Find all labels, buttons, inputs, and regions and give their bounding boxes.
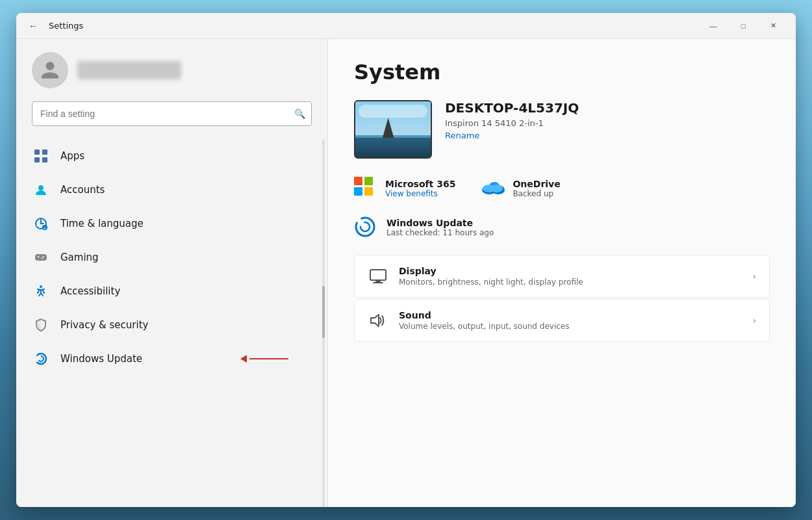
content-area: 🔍 Apps: [16, 39, 796, 507]
apps-label: Apps: [60, 150, 84, 162]
display-title: Display: [399, 266, 742, 276]
onedrive-name: OneDrive: [513, 179, 560, 189]
search-input[interactable]: [32, 101, 312, 126]
clouds: [359, 105, 427, 118]
svg-rect-2: [34, 157, 40, 162]
titlebar-left: ← Settings: [24, 17, 698, 35]
svg-rect-3: [42, 157, 47, 162]
settings-list: Display Monitors, brightness, night ligh…: [354, 255, 770, 342]
maximize-button[interactable]: □: [728, 16, 758, 36]
water: [355, 138, 431, 157]
svg-point-4: [38, 185, 44, 190]
titlebar: ← Settings — □ ✕: [16, 13, 796, 39]
privacy-security-label: Privacy & security: [60, 319, 148, 331]
display-subtitle: Monitors, brightness, night light, displ…: [399, 278, 742, 287]
ms365-info: Microsoft 365 View benefits: [385, 179, 455, 198]
onedrive-info: OneDrive Backed up: [513, 179, 560, 198]
settings-window: ← Settings — □ ✕ 🔍: [16, 13, 796, 507]
display-icon: [368, 266, 388, 287]
sidebar-item-accounts[interactable]: Accounts: [16, 173, 327, 207]
svg-marker-28: [371, 315, 379, 326]
svg-rect-1: [42, 150, 47, 155]
time-language-label: Time & language: [60, 218, 144, 229]
nav-list: Apps Accounts: [16, 139, 327, 507]
sound-title: Sound: [399, 310, 742, 320]
ms365-yellow-sq: [364, 187, 373, 196]
gaming-label: Gaming: [60, 252, 99, 263]
onedrive-icon-wrap: [481, 177, 505, 200]
windows-update-label: Windows Update: [60, 353, 142, 365]
minimize-button[interactable]: —: [698, 16, 728, 36]
accessibility-icon: [32, 282, 50, 300]
svg-point-23: [356, 218, 374, 236]
time-language-icon: A: [32, 214, 50, 233]
svg-rect-10: [35, 254, 47, 261]
scrollbar-thumb[interactable]: [322, 286, 325, 338]
device-name: DESKTOP-4L537JQ: [445, 100, 579, 116]
ms365-blue-sq: [354, 187, 362, 196]
user-icon: [40, 60, 60, 81]
ms365-green-sq: [364, 177, 373, 185]
sound-subtitle: Volume levels, output, input, sound devi…: [399, 322, 742, 331]
sound-icon: [368, 310, 388, 331]
windows-update-info: Windows Update Last checked: 11 hours ag…: [387, 218, 494, 237]
rename-link[interactable]: Rename: [445, 131, 579, 140]
sidebar: 🔍 Apps: [16, 39, 328, 507]
windows-update-subtitle: Last checked: 11 hours ago: [387, 228, 494, 237]
svg-rect-26: [375, 281, 381, 282]
svg-text:A: A: [44, 226, 46, 230]
svg-rect-0: [34, 150, 40, 155]
onedrive-icon: [481, 177, 505, 195]
main-panel: System DESKTOP-4L537JQ Inspiron 14 5410 …: [328, 39, 796, 507]
accessibility-label: Accessibility: [60, 285, 120, 297]
window-title: Settings: [49, 21, 83, 31]
page-title: System: [354, 60, 770, 84]
sidebar-item-privacy-security[interactable]: Privacy & security: [16, 308, 327, 342]
windows-update-icon: [354, 216, 377, 239]
device-thumbnail: [354, 100, 432, 159]
user-section: [16, 52, 327, 101]
window-controls: — □ ✕: [698, 16, 788, 36]
sound-chevron: ›: [752, 315, 756, 326]
service-microsoft365[interactable]: Microsoft 365 View benefits: [354, 177, 455, 200]
ms365-name: Microsoft 365: [385, 179, 455, 189]
display-chevron: ›: [752, 271, 756, 281]
onedrive-sub: Backed up: [513, 189, 560, 198]
username-blurred: [77, 61, 181, 79]
sidebar-item-windows-update[interactable]: Windows Update: [16, 342, 327, 376]
svg-rect-25: [370, 270, 386, 280]
sound-info: Sound Volume levels, output, input, soun…: [399, 310, 742, 331]
windows-update-title: Windows Update: [387, 218, 494, 228]
arrow-head: [240, 355, 247, 363]
device-info: DESKTOP-4L537JQ Inspiron 14 5410 2-in-1 …: [445, 100, 579, 140]
close-button[interactable]: ✕: [758, 16, 788, 36]
ms365-sub[interactable]: View benefits: [385, 189, 455, 198]
windows-update-sidebar-icon: [32, 350, 50, 368]
service-onedrive[interactable]: OneDrive Backed up: [481, 177, 560, 200]
services-row: Microsoft 365 View benefits: [354, 177, 770, 200]
accounts-label: Accounts: [60, 184, 105, 196]
svg-point-17: [38, 356, 44, 361]
sidebar-item-accessibility[interactable]: Accessibility: [16, 274, 327, 308]
privacy-security-icon: [32, 316, 50, 334]
windows-update-card[interactable]: Windows Update Last checked: 11 hours ag…: [354, 216, 770, 239]
sidebar-item-gaming[interactable]: Gaming: [16, 240, 327, 274]
setting-row-sound[interactable]: Sound Volume levels, output, input, soun…: [354, 299, 770, 342]
svg-point-15: [40, 285, 42, 288]
arrow-line: [249, 358, 288, 359]
back-button[interactable]: ←: [24, 17, 42, 35]
svg-point-13: [43, 256, 44, 257]
sidebar-scroll-area: Apps Accounts: [16, 139, 327, 507]
setting-row-display[interactable]: Display Monitors, brightness, night ligh…: [354, 255, 770, 298]
accounts-icon: [32, 181, 50, 199]
svg-point-14: [42, 257, 43, 259]
svg-point-24: [361, 222, 370, 231]
ms365-red-sq: [354, 177, 362, 185]
avatar: [32, 52, 68, 88]
apps-icon: [32, 147, 50, 165]
sidebar-item-time-language[interactable]: A Time & language: [16, 207, 327, 240]
sidebar-item-apps[interactable]: Apps: [16, 139, 327, 173]
arrow-indicator: [242, 355, 288, 363]
gaming-icon: [32, 248, 50, 266]
svg-point-16: [36, 354, 46, 364]
